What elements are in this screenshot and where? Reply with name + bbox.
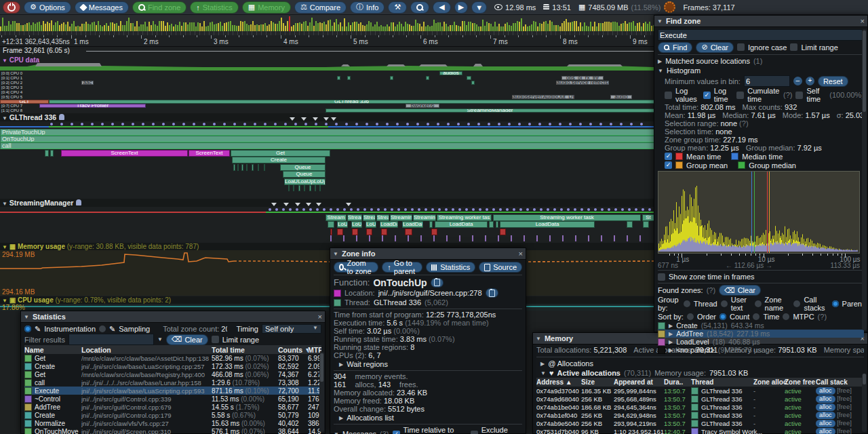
timeline-zone[interactable] [309, 185, 311, 191]
col-zone-alloc[interactable]: Zone alloc [753, 378, 785, 386]
col-appeared-at[interactable]: Appeared at [614, 378, 664, 386]
legend-checkbox[interactable]: ✓ [665, 153, 672, 160]
message-marker[interactable] [306, 203, 311, 206]
allocations-label[interactable]: @ Allocations [548, 359, 593, 368]
timeline-zone[interactable]: Streaming [413, 214, 436, 221]
timeline-zone[interactable]: audio [610, 95, 632, 99]
timeline-zone[interactable] [304, 185, 305, 191]
timeline-zone[interactable] [258, 164, 259, 171]
expand-icon[interactable]: ▶ [339, 415, 343, 421]
ignore-case-checkbox[interactable] [737, 43, 745, 51]
message-marker[interactable] [290, 117, 295, 121]
timeline-zone[interactable] [237, 164, 239, 171]
col-location[interactable]: Location [81, 346, 212, 354]
alloc-button[interactable]: alloc [816, 428, 835, 434]
found-zone-group[interactable]: ▶<no parent>(9)225.73 µs [658, 346, 864, 354]
col-call-stack[interactable]: Call stack [816, 378, 864, 386]
timeline-zone[interactable] [330, 229, 332, 235]
alloc-button[interactable]: alloc [816, 420, 835, 427]
alloc-button[interactable]: alloc [816, 395, 835, 403]
timing-dropdown[interactable]: Self only▼ [262, 324, 321, 334]
message-marker[interactable] [295, 203, 300, 206]
timeline-zone[interactable] [50, 150, 54, 157]
message-marker[interactable] [316, 203, 321, 206]
filter-input[interactable] [68, 334, 154, 345]
timeline-zone[interactable]: OnTouchUp [0, 136, 654, 142]
mode-radio-sampling[interactable] [99, 326, 106, 332]
clear-button[interactable]: ⊘Clear [696, 42, 734, 53]
order-radio[interactable] [687, 313, 694, 320]
scrollbar[interactable] [862, 29, 867, 330]
timeline-zone[interactable] [426, 76, 429, 80]
message-marker[interactable] [331, 117, 336, 121]
table-row[interactable]: 0x7531d7b04096 KB1:10 234,952,16112:40.7… [536, 427, 864, 434]
timeline-zone[interactable]: LoaULoaUpLoUp [284, 178, 326, 185]
tools-button[interactable]: ⚒ [388, 1, 407, 14]
log-time-checkbox[interactable]: ✓ [703, 92, 711, 99]
matched-locations-label[interactable]: Matched source locations [665, 57, 750, 65]
info-button[interactable]: ⓘInfo [350, 1, 384, 14]
col-name[interactable]: Name [24, 346, 81, 354]
timeline-zone[interactable] [352, 229, 358, 235]
timeline-zone[interactable] [381, 229, 387, 235]
show-zone-time-checkbox[interactable] [658, 273, 665, 281]
table-row[interactable]: Createjni/../jni/src/guif/Control.cpp:17… [24, 411, 321, 419]
reset-button[interactable]: Reset [818, 76, 848, 87]
timeline-zone[interactable] [288, 185, 290, 191]
expand-icon[interactable]: ▶ [669, 347, 673, 353]
timeline-zone[interactable] [328, 221, 334, 228]
find-zone-button[interactable]: Find zone [132, 1, 186, 14]
alloc-button[interactable]: alloc [816, 403, 835, 411]
table-row[interactable]: AddTreejni/../jni/src/guif/Control.cpp:6… [24, 403, 321, 411]
message-marker[interactable] [283, 203, 289, 206]
table-row[interactable]: 0x74ab1be040186.68 KB294,645,364ns13:50.… [536, 403, 864, 411]
timeline-zone[interactable]: Streaming worker tas [437, 214, 492, 221]
timeline-zone[interactable]: audios [439, 71, 462, 75]
user-text-radio[interactable] [721, 300, 728, 307]
message-marker[interactable] [301, 117, 307, 121]
statistics-button[interactable]: ↑Statistics [190, 1, 239, 14]
messages-label[interactable]: Messages [342, 430, 376, 434]
table-row[interactable]: ~Controljni/../jni/src/guif/Control.cpp:… [24, 395, 321, 403]
parent-radio[interactable] [832, 300, 839, 307]
expand-icon[interactable]: ▶ [669, 323, 673, 329]
timeline-zone[interactable]: call [0, 142, 654, 149]
table-row[interactable]: calljni/../jni/../../../src/claw/base/Lu… [24, 378, 321, 387]
timeline-zone[interactable]: Stream [326, 214, 347, 221]
compare-button[interactable]: ⚖Compare [294, 1, 347, 14]
expand-icon[interactable]: ▶ [669, 339, 673, 345]
limit-range-checkbox[interactable] [790, 43, 797, 51]
timeline-zone[interactable]: obs_ol_rx_thr [561, 76, 604, 80]
table-row[interactable]: 0x74a9d68040256 KB295,668,489ns13:50.7GL… [536, 395, 864, 403]
timeline-zone[interactable] [431, 229, 437, 235]
collapse-icon[interactable]: ▼ [2, 244, 7, 250]
timeline-zone[interactable]: LoadData [435, 221, 488, 228]
collapse-icon[interactable]: ▼ [24, 314, 29, 320]
cumulate-time-checkbox[interactable] [736, 92, 744, 99]
timeline-zone[interactable] [246, 164, 248, 171]
timeline-zone[interactable] [241, 164, 243, 171]
message-marker[interactable] [313, 117, 318, 121]
location-value[interactable]: jni/../jni/src/guif/Screen.cpp:278 [378, 289, 482, 297]
clear-found-button[interactable]: ⌫Clear [719, 285, 761, 296]
timeline-zone[interactable]: LoU [337, 221, 348, 228]
timeline-zone[interactable]: ScreenText [189, 150, 230, 157]
timeline-zone[interactable]: LoadDaU [402, 221, 423, 228]
active-allocations-label[interactable]: Active allocations [557, 369, 620, 377]
allocations-list-label[interactable]: Allocations list [347, 414, 394, 422]
scrollbar[interactable] [862, 374, 867, 432]
message-marker[interactable] [346, 203, 351, 206]
table-row[interactable]: 0x74ab9e5040256 KB293,994,219ns13:50.7GL… [536, 419, 864, 427]
timeline-zone[interactable] [337, 229, 343, 235]
goto-frame-button[interactable]: ▼ [471, 1, 487, 14]
timeline-zone[interactable]: Tracy Profiler [39, 104, 146, 108]
mtpc-radio[interactable] [783, 313, 789, 320]
timeline-zone[interactable]: Queue [283, 171, 326, 178]
search-button[interactable] [410, 1, 429, 14]
message-marker[interactable] [271, 203, 277, 206]
timeline-zone[interactable] [315, 185, 316, 191]
timeline-zone[interactable]: Queue [280, 164, 326, 171]
collapse-icon[interactable]: ▼ [658, 68, 663, 74]
caret-left-button[interactable]: ◀ [433, 1, 450, 14]
power-button[interactable] [3, 1, 20, 14]
